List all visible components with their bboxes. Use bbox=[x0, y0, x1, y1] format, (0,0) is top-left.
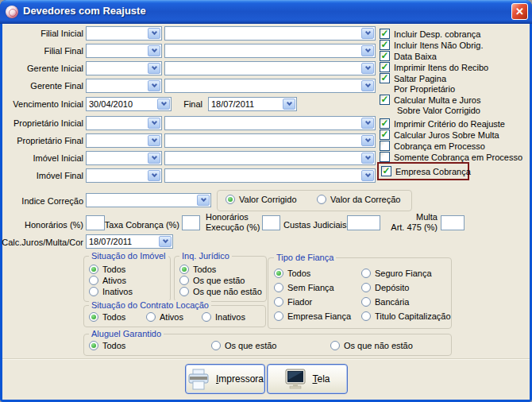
radio-inq-os-que-estao[interactable]: Os que estão bbox=[179, 276, 245, 285]
checkbox[interactable] bbox=[380, 95, 390, 105]
filial-inicial-name-combo[interactable] bbox=[164, 26, 376, 41]
taxa-cobranca-input[interactable] bbox=[182, 215, 200, 230]
proprietario-final-code-combo[interactable] bbox=[86, 133, 162, 148]
radio[interactable] bbox=[274, 297, 283, 307]
checkbox[interactable] bbox=[380, 141, 390, 151]
radio[interactable] bbox=[361, 311, 371, 321]
radio-bancaria[interactable]: Bancária bbox=[361, 297, 409, 307]
radio-valor-da-correcao[interactable]: Valor da Correção bbox=[317, 195, 400, 204]
checkbox-data-baixa[interactable]: Data Baixa bbox=[380, 51, 437, 61]
dropdown-icon[interactable] bbox=[361, 153, 374, 164]
imovel-final-name-combo[interactable] bbox=[164, 168, 376, 183]
imovel-inicial-name-combo[interactable] bbox=[164, 151, 376, 165]
honorarios-execucao-input[interactable] bbox=[262, 215, 280, 230]
impressora-button[interactable]: Impressora bbox=[185, 364, 265, 394]
checkbox-incluir-desp-cobranca[interactable]: Incluir Desp. cobrança bbox=[380, 29, 480, 39]
radio-valor-corrigido[interactable]: Valor Corrigido bbox=[226, 195, 297, 204]
radio[interactable] bbox=[202, 312, 211, 322]
checkbox[interactable] bbox=[380, 129, 390, 140]
checkbox-imprimir-criterio-reajuste[interactable]: Imprimir Critério do Reajuste bbox=[380, 118, 505, 129]
dropdown-icon[interactable] bbox=[361, 28, 374, 39]
checkbox[interactable] bbox=[380, 29, 390, 39]
radio[interactable] bbox=[211, 341, 221, 350]
checkbox-somente-cobranca-processo[interactable]: Somente Cobrança em Processo bbox=[380, 152, 522, 162]
proprietario-inicial-code-combo[interactable] bbox=[86, 116, 162, 130]
radio[interactable] bbox=[226, 195, 235, 204]
radio[interactable] bbox=[146, 312, 156, 322]
radio[interactable] bbox=[274, 311, 283, 321]
checkbox[interactable] bbox=[380, 40, 390, 50]
radio-imovel-todos[interactable]: Todos bbox=[89, 265, 125, 274]
radio[interactable] bbox=[89, 276, 98, 285]
radio[interactable] bbox=[274, 269, 283, 278]
radio-inq-os-que-nao-estao[interactable]: Os que não estão bbox=[179, 287, 262, 296]
radio-imovel-ativos[interactable]: Ativos bbox=[89, 276, 126, 285]
checkbox[interactable] bbox=[380, 62, 390, 72]
dropdown-icon[interactable] bbox=[361, 135, 374, 146]
filial-final-name-combo[interactable] bbox=[164, 44, 376, 58]
checkbox-incluir-itens-nao-obrig[interactable]: Incluir Itens Não Obrig. bbox=[380, 40, 484, 50]
checkbox[interactable] bbox=[380, 73, 390, 83]
dropdown-icon[interactable] bbox=[148, 118, 160, 129]
dropdown-icon[interactable] bbox=[361, 118, 374, 129]
gerente-final-name-combo[interactable] bbox=[164, 79, 376, 93]
checkbox-empresa-cobranca[interactable]: Empresa Cobrança bbox=[381, 166, 471, 176]
dropdown-icon[interactable] bbox=[159, 236, 172, 247]
radio-fianca-todos[interactable]: Todos bbox=[274, 269, 310, 278]
checkbox-cobranca-em-processo[interactable]: Cobrança em Processo bbox=[380, 141, 485, 151]
radio[interactable] bbox=[179, 265, 189, 274]
radio-aluguel-os-que-nao-estao[interactable]: Os que não estão bbox=[330, 341, 413, 350]
radio[interactable] bbox=[330, 341, 340, 350]
radio-contrato-ativos[interactable]: Ativos bbox=[146, 312, 183, 322]
dropdown-icon[interactable] bbox=[361, 80, 374, 91]
checkbox[interactable] bbox=[380, 118, 390, 129]
dropdown-icon[interactable] bbox=[197, 195, 210, 206]
dropdown-icon[interactable] bbox=[283, 99, 295, 110]
dropdown-icon[interactable] bbox=[361, 63, 374, 74]
radio[interactable] bbox=[89, 265, 98, 274]
proprietario-inicial-name-combo[interactable] bbox=[164, 116, 376, 130]
radio[interactable] bbox=[361, 269, 371, 278]
dropdown-icon[interactable] bbox=[148, 135, 160, 146]
dropdown-icon[interactable] bbox=[148, 63, 160, 74]
radio-contrato-inativos[interactable]: Inativos bbox=[202, 312, 245, 322]
radio[interactable] bbox=[89, 287, 98, 296]
dropdown-icon[interactable] bbox=[148, 45, 160, 56]
close-button[interactable]: ✕ bbox=[511, 3, 528, 20]
imovel-final-code-combo[interactable] bbox=[86, 168, 162, 183]
radio-imovel-inativos[interactable]: Inativos bbox=[89, 287, 133, 296]
radio-titulo-capitalizacao[interactable]: Titulo Capitalização bbox=[361, 311, 451, 321]
radio[interactable] bbox=[317, 195, 326, 204]
radio-contrato-todos[interactable]: Todos bbox=[89, 312, 125, 322]
radio[interactable] bbox=[89, 341, 98, 350]
radio[interactable] bbox=[89, 312, 98, 322]
gerente-inicial-name-combo[interactable] bbox=[164, 61, 376, 75]
filial-inicial-code-combo[interactable] bbox=[86, 26, 162, 41]
multa-art475-input[interactable] bbox=[441, 215, 465, 230]
dropdown-icon[interactable] bbox=[148, 80, 160, 91]
tela-button[interactable]: Tela bbox=[267, 364, 348, 394]
calc-juros-date-combo[interactable]: 18/07/2011 bbox=[86, 234, 173, 249]
dropdown-icon[interactable] bbox=[148, 153, 160, 164]
checkbox[interactable] bbox=[380, 51, 390, 61]
gerente-final-code-combo[interactable] bbox=[86, 79, 162, 93]
gerente-inicial-code-combo[interactable] bbox=[86, 61, 162, 75]
dropdown-icon[interactable] bbox=[361, 45, 374, 56]
imovel-inicial-code-combo[interactable] bbox=[86, 151, 162, 165]
radio-inq-todos[interactable]: Todos bbox=[179, 265, 216, 274]
radio[interactable] bbox=[179, 276, 189, 285]
proprietario-final-name-combo[interactable] bbox=[164, 133, 376, 148]
checkbox-saltar-pagina[interactable]: Saltar Pagina bbox=[380, 73, 446, 83]
filial-final-code-combo[interactable] bbox=[86, 44, 162, 58]
checkbox-calcular-juros-sobre-multa[interactable]: Calcular Juros Sobre Multa bbox=[380, 129, 499, 140]
radio[interactable] bbox=[361, 297, 371, 307]
indice-correcao-combo[interactable] bbox=[86, 193, 211, 207]
checkbox[interactable] bbox=[381, 166, 391, 176]
radio[interactable] bbox=[361, 283, 371, 292]
radio[interactable] bbox=[179, 287, 189, 296]
dropdown-icon[interactable] bbox=[361, 170, 374, 181]
radio-empresa-fianca[interactable]: Empresa Fiança bbox=[274, 311, 351, 321]
radio-fiador[interactable]: Fiador bbox=[274, 297, 312, 307]
radio-deposito[interactable]: Depósito bbox=[361, 283, 409, 292]
radio-sem-fianca[interactable]: Sem Fiança bbox=[274, 283, 334, 292]
